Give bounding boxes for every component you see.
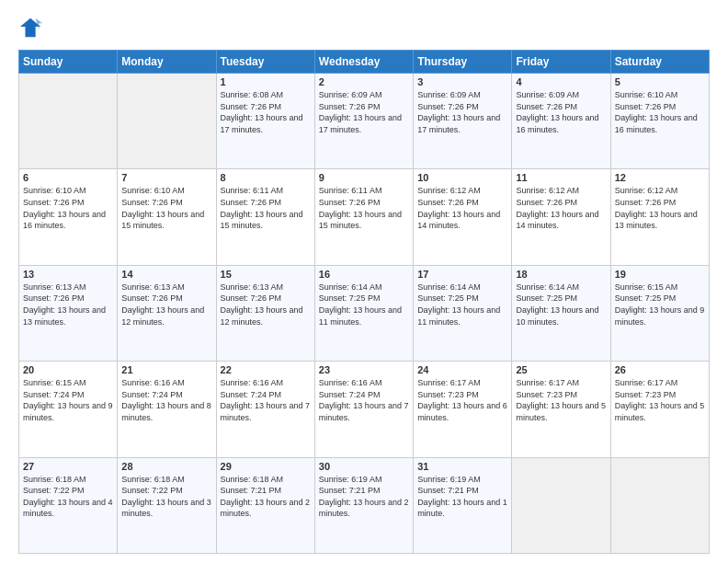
calendar-cell: 28Sunrise: 6:18 AMSunset: 7:22 PMDayligh… bbox=[118, 457, 216, 553]
day-number: 4 bbox=[516, 76, 606, 87]
day-number: 7 bbox=[121, 172, 211, 183]
cell-sun-info: Sunrise: 6:09 AMSunset: 7:26 PMDaylight:… bbox=[319, 89, 409, 135]
calendar-week-1: 1Sunrise: 6:08 AMSunset: 7:26 PMDaylight… bbox=[19, 74, 710, 169]
day-header-tuesday: Tuesday bbox=[216, 51, 314, 74]
calendar-week-2: 6Sunrise: 6:10 AMSunset: 7:26 PMDaylight… bbox=[19, 169, 710, 265]
calendar-cell: 25Sunrise: 6:17 AMSunset: 7:23 PMDayligh… bbox=[512, 362, 610, 457]
cell-sun-info: Sunrise: 6:14 AMSunset: 7:25 PMDaylight:… bbox=[516, 282, 606, 327]
cell-sun-info: Sunrise: 6:09 AMSunset: 7:26 PMDaylight:… bbox=[516, 89, 606, 135]
day-number: 25 bbox=[516, 364, 606, 375]
calendar-cell: 4Sunrise: 6:09 AMSunset: 7:26 PMDaylight… bbox=[512, 74, 610, 169]
day-number: 10 bbox=[417, 172, 507, 183]
cell-sun-info: Sunrise: 6:18 AMSunset: 7:22 PMDaylight:… bbox=[23, 474, 113, 520]
logo-icon bbox=[18, 15, 44, 40]
cell-sun-info: Sunrise: 6:09 AMSunset: 7:26 PMDaylight:… bbox=[417, 89, 507, 135]
logo bbox=[18, 15, 48, 40]
calendar-cell bbox=[19, 74, 118, 169]
calendar-cell: 12Sunrise: 6:12 AMSunset: 7:26 PMDayligh… bbox=[610, 169, 709, 265]
day-number: 24 bbox=[417, 364, 507, 375]
day-number: 20 bbox=[23, 364, 113, 375]
cell-sun-info: Sunrise: 6:10 AMSunset: 7:26 PMDaylight:… bbox=[23, 185, 113, 231]
cell-sun-info: Sunrise: 6:16 AMSunset: 7:24 PMDaylight:… bbox=[221, 377, 311, 423]
cell-sun-info: Sunrise: 6:10 AMSunset: 7:26 PMDaylight:… bbox=[615, 89, 705, 135]
calendar-cell: 31Sunrise: 6:19 AMSunset: 7:21 PMDayligh… bbox=[414, 457, 512, 553]
calendar-week-5: 27Sunrise: 6:18 AMSunset: 7:22 PMDayligh… bbox=[19, 457, 710, 553]
calendar-cell: 7Sunrise: 6:10 AMSunset: 7:26 PMDaylight… bbox=[118, 169, 216, 265]
cell-sun-info: Sunrise: 6:11 AMSunset: 7:26 PMDaylight:… bbox=[319, 185, 409, 231]
day-number: 8 bbox=[221, 172, 311, 183]
cell-sun-info: Sunrise: 6:18 AMSunset: 7:22 PMDaylight:… bbox=[121, 474, 211, 520]
day-number: 23 bbox=[319, 364, 409, 375]
calendar-cell: 5Sunrise: 6:10 AMSunset: 7:26 PMDaylight… bbox=[610, 74, 709, 169]
day-number: 12 bbox=[615, 172, 705, 183]
calendar-cell: 23Sunrise: 6:16 AMSunset: 7:24 PMDayligh… bbox=[314, 362, 413, 457]
calendar-cell: 17Sunrise: 6:14 AMSunset: 7:25 PMDayligh… bbox=[414, 265, 512, 361]
day-number: 11 bbox=[516, 172, 606, 183]
calendar-cell: 9Sunrise: 6:11 AMSunset: 7:26 PMDaylight… bbox=[314, 169, 413, 265]
cell-sun-info: Sunrise: 6:17 AMSunset: 7:23 PMDaylight:… bbox=[516, 377, 606, 423]
day-number: 16 bbox=[319, 269, 409, 280]
day-header-thursday: Thursday bbox=[414, 51, 512, 74]
calendar-cell: 8Sunrise: 6:11 AMSunset: 7:26 PMDaylight… bbox=[216, 169, 314, 265]
cell-sun-info: Sunrise: 6:17 AMSunset: 7:23 PMDaylight:… bbox=[615, 377, 705, 423]
day-number: 2 bbox=[319, 76, 409, 87]
day-number: 21 bbox=[121, 364, 211, 375]
cell-sun-info: Sunrise: 6:16 AMSunset: 7:24 PMDaylight:… bbox=[319, 377, 409, 423]
day-number: 19 bbox=[615, 269, 705, 280]
calendar-cell: 2Sunrise: 6:09 AMSunset: 7:26 PMDaylight… bbox=[314, 74, 413, 169]
calendar-cell: 21Sunrise: 6:16 AMSunset: 7:24 PMDayligh… bbox=[118, 362, 216, 457]
cell-sun-info: Sunrise: 6:08 AMSunset: 7:26 PMDaylight:… bbox=[221, 89, 311, 135]
calendar-cell: 18Sunrise: 6:14 AMSunset: 7:25 PMDayligh… bbox=[512, 265, 610, 361]
calendar-cell: 10Sunrise: 6:12 AMSunset: 7:26 PMDayligh… bbox=[414, 169, 512, 265]
cell-sun-info: Sunrise: 6:13 AMSunset: 7:26 PMDaylight:… bbox=[221, 282, 311, 327]
day-number: 27 bbox=[23, 461, 113, 472]
calendar-cell: 3Sunrise: 6:09 AMSunset: 7:26 PMDaylight… bbox=[414, 74, 512, 169]
calendar-cell: 14Sunrise: 6:13 AMSunset: 7:26 PMDayligh… bbox=[118, 265, 216, 361]
cell-sun-info: Sunrise: 6:12 AMSunset: 7:26 PMDaylight:… bbox=[516, 185, 606, 231]
calendar-table: SundayMondayTuesdayWednesdayThursdayFrid… bbox=[18, 50, 710, 554]
cell-sun-info: Sunrise: 6:11 AMSunset: 7:26 PMDaylight:… bbox=[221, 185, 311, 231]
calendar-cell bbox=[610, 457, 709, 553]
calendar-cell: 20Sunrise: 6:15 AMSunset: 7:24 PMDayligh… bbox=[19, 362, 118, 457]
day-header-sunday: Sunday bbox=[19, 51, 118, 74]
day-number: 28 bbox=[121, 461, 211, 472]
day-number: 1 bbox=[221, 76, 311, 87]
cell-sun-info: Sunrise: 6:15 AMSunset: 7:24 PMDaylight:… bbox=[23, 377, 113, 423]
cell-sun-info: Sunrise: 6:10 AMSunset: 7:26 PMDaylight:… bbox=[121, 185, 211, 231]
calendar-cell: 26Sunrise: 6:17 AMSunset: 7:23 PMDayligh… bbox=[610, 362, 709, 457]
calendar-cell: 27Sunrise: 6:18 AMSunset: 7:22 PMDayligh… bbox=[19, 457, 118, 553]
day-number: 30 bbox=[319, 461, 409, 472]
calendar-cell: 6Sunrise: 6:10 AMSunset: 7:26 PMDaylight… bbox=[19, 169, 118, 265]
cell-sun-info: Sunrise: 6:14 AMSunset: 7:25 PMDaylight:… bbox=[417, 282, 507, 327]
day-number: 14 bbox=[121, 269, 211, 280]
cell-sun-info: Sunrise: 6:12 AMSunset: 7:26 PMDaylight:… bbox=[417, 185, 507, 231]
cell-sun-info: Sunrise: 6:13 AMSunset: 7:26 PMDaylight:… bbox=[121, 282, 211, 327]
calendar-cell: 30Sunrise: 6:19 AMSunset: 7:21 PMDayligh… bbox=[314, 457, 413, 553]
calendar-cell: 19Sunrise: 6:15 AMSunset: 7:25 PMDayligh… bbox=[610, 265, 709, 361]
cell-sun-info: Sunrise: 6:19 AMSunset: 7:21 PMDaylight:… bbox=[319, 474, 409, 520]
day-number: 26 bbox=[615, 364, 705, 375]
day-number: 18 bbox=[516, 269, 606, 280]
day-number: 13 bbox=[23, 269, 113, 280]
day-number: 5 bbox=[615, 76, 705, 87]
cell-sun-info: Sunrise: 6:13 AMSunset: 7:26 PMDaylight:… bbox=[23, 282, 113, 327]
calendar-cell bbox=[118, 74, 216, 169]
calendar-week-3: 13Sunrise: 6:13 AMSunset: 7:26 PMDayligh… bbox=[19, 265, 710, 361]
cell-sun-info: Sunrise: 6:14 AMSunset: 7:25 PMDaylight:… bbox=[319, 282, 409, 327]
day-number: 9 bbox=[319, 172, 409, 183]
day-number: 17 bbox=[417, 269, 507, 280]
day-number: 15 bbox=[221, 269, 311, 280]
cell-sun-info: Sunrise: 6:19 AMSunset: 7:21 PMDaylight:… bbox=[417, 474, 507, 520]
calendar-cell: 24Sunrise: 6:17 AMSunset: 7:23 PMDayligh… bbox=[414, 362, 512, 457]
day-number: 29 bbox=[221, 461, 311, 472]
calendar-header-row: SundayMondayTuesdayWednesdayThursdayFrid… bbox=[19, 51, 710, 74]
day-number: 3 bbox=[417, 76, 507, 87]
calendar-cell: 22Sunrise: 6:16 AMSunset: 7:24 PMDayligh… bbox=[216, 362, 314, 457]
calendar-week-4: 20Sunrise: 6:15 AMSunset: 7:24 PMDayligh… bbox=[19, 362, 710, 457]
cell-sun-info: Sunrise: 6:17 AMSunset: 7:23 PMDaylight:… bbox=[417, 377, 507, 423]
calendar-cell: 16Sunrise: 6:14 AMSunset: 7:25 PMDayligh… bbox=[314, 265, 413, 361]
day-header-wednesday: Wednesday bbox=[314, 51, 413, 74]
cell-sun-info: Sunrise: 6:18 AMSunset: 7:21 PMDaylight:… bbox=[221, 474, 311, 520]
day-number: 6 bbox=[23, 172, 113, 183]
day-header-monday: Monday bbox=[118, 51, 216, 74]
